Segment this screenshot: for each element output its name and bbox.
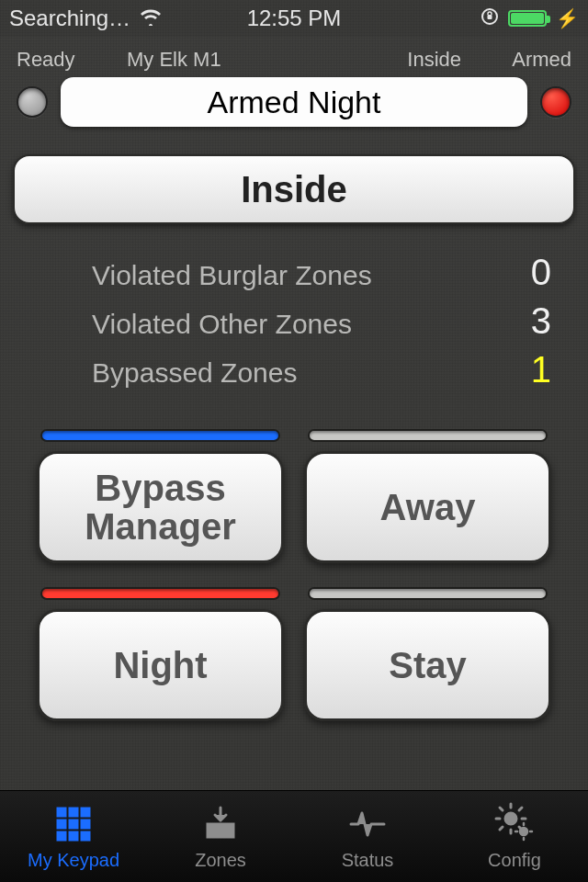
away-button[interactable]: Away [304, 451, 551, 563]
zone-stat-row: Violated Other Zones 3 [92, 300, 551, 342]
svg-line-17 [500, 808, 503, 810]
svg-rect-8 [57, 831, 66, 841]
arm-buttons-grid: Bypass Manager Away Night Stay [0, 398, 588, 721]
svg-point-21 [520, 828, 527, 835]
zone-stat-row: Violated Burglar Zones 0 [92, 252, 551, 293]
night-label: Night [113, 646, 207, 684]
status-icon [347, 802, 388, 846]
bypass-manager-label: Bypass Manager [47, 469, 274, 546]
night-button[interactable]: Night [37, 609, 284, 721]
tab-label: Zones [195, 850, 246, 871]
tab-label: Status [342, 850, 394, 871]
mode-inside-label: Inside [241, 169, 347, 210]
inside-label: Inside [369, 48, 498, 72]
zone-stat-row: Bypassed Zones 1 [92, 349, 551, 390]
arm-status-display: Armed Night [61, 77, 527, 127]
night-indicator-pill [40, 587, 280, 600]
battery-icon [508, 10, 547, 27]
svg-line-19 [519, 808, 522, 810]
zones-icon [200, 802, 241, 846]
tab-my-keypad[interactable]: My Keypad [0, 791, 147, 882]
tab-zones[interactable]: Zones [147, 791, 294, 882]
status-row: Armed Night [0, 77, 588, 140]
zone-stat-label: Violated Other Zones [92, 309, 352, 340]
svg-rect-6 [69, 820, 78, 829]
svg-rect-10 [81, 831, 90, 841]
zone-stat-value: 0 [514, 252, 551, 293]
away-label: Away [380, 488, 476, 526]
zone-stat-value: 3 [514, 300, 551, 342]
svg-rect-3 [69, 808, 78, 817]
mode-inside-button[interactable]: Inside [13, 154, 575, 224]
zone-stats: Violated Burglar Zones 0 Violated Other … [92, 252, 551, 390]
config-icon [494, 802, 535, 846]
device-name: My Elk M1 [90, 48, 369, 72]
armed-led [540, 86, 571, 118]
zone-stat-value: 1 [514, 349, 551, 390]
stay-indicator-pill [308, 587, 548, 600]
keypad-icon [53, 802, 94, 846]
ready-led [17, 86, 48, 118]
svg-rect-2 [57, 808, 66, 817]
svg-point-12 [505, 813, 516, 824]
svg-rect-7 [81, 820, 90, 829]
tab-config[interactable]: Config [441, 791, 588, 882]
zone-stat-label: Violated Burglar Zones [92, 260, 372, 291]
bypass-manager-button[interactable]: Bypass Manager [37, 451, 284, 563]
zone-stat-label: Bypassed Zones [92, 357, 297, 389]
svg-rect-4 [81, 808, 90, 817]
svg-line-20 [500, 827, 503, 830]
tab-label: Config [488, 850, 541, 871]
clock-text: 12:55 PM [0, 6, 588, 31]
header-labels: Ready My Elk M1 Inside Armed [0, 37, 588, 77]
tab-label: My Keypad [28, 850, 119, 871]
armed-label: Armed [498, 48, 571, 72]
away-indicator-pill [308, 429, 548, 442]
stay-label: Stay [389, 646, 467, 684]
bypass-indicator-pill [40, 429, 280, 442]
tab-bar: My Keypad Zones Status [0, 790, 588, 882]
svg-rect-11 [208, 824, 233, 837]
stay-button[interactable]: Stay [304, 609, 551, 721]
ready-label: Ready [17, 48, 90, 72]
ios-status-bar: Searching… 12:55 PM ⚡ [0, 0, 588, 37]
svg-rect-5 [57, 820, 66, 829]
tab-status[interactable]: Status [294, 791, 441, 882]
svg-rect-9 [69, 831, 78, 841]
